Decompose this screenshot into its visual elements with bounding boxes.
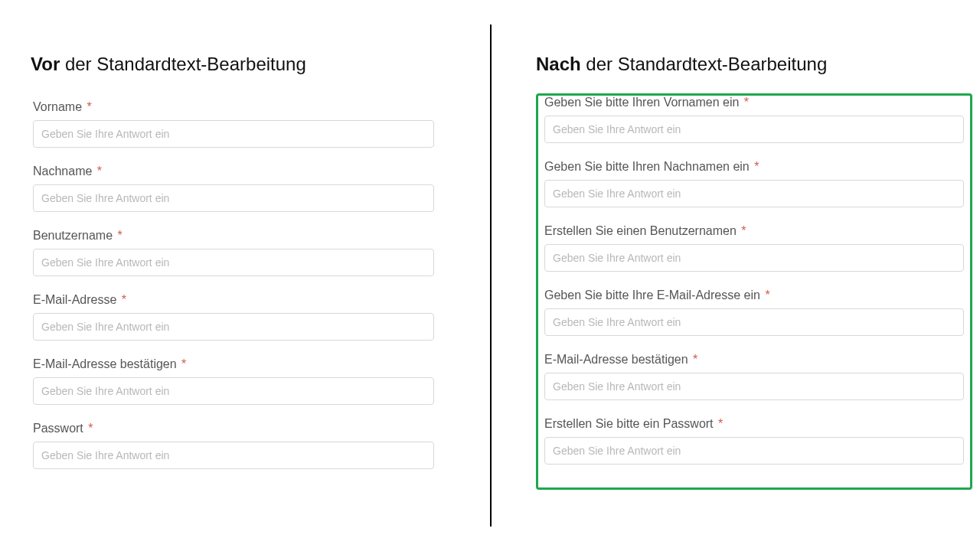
before-heading-rest: der Standardtext-Bearbeitung [65,54,306,74]
before-field-vorname: Vorname * [33,100,434,148]
required-mark: * [765,289,769,302]
after-field-benutzername: Erstellen Sie einen Benutzernamen * [544,224,964,272]
vorname-input[interactable] [33,120,434,148]
required-mark: * [87,100,92,113]
before-field-nachname: Nachname * [33,165,434,212]
field-label: Geben Sie bitte Ihre E-Mail-Adresse ein … [544,289,964,302]
field-label: Erstellen Sie einen Benutzernamen * [544,224,964,238]
field-label: Nachname * [33,165,434,178]
email-input[interactable] [544,308,964,336]
after-field-nachname: Geben Sie bitte Ihren Nachnamen ein * [544,160,964,207]
before-column: Vor der Standardtext-Bearbeitung Vorname… [0,0,490,551]
passwort-input[interactable] [33,442,434,469]
field-label: E-Mail-Adresse * [33,293,434,307]
required-mark: * [718,417,723,430]
after-field-vorname: Geben Sie bitte Ihren Vornamen ein * [544,96,964,143]
before-field-benutzername: Benutzername * [33,229,434,276]
after-field-email-confirm: E-Mail-Adresse bestätigen * [544,353,964,400]
after-heading: Nach der Standardtext-Bearbeitung [536,54,972,75]
required-mark: * [88,422,93,435]
required-mark: * [744,96,749,109]
after-column: Nach der Standardtext-Bearbeitung Geben … [490,0,980,551]
after-field-email: Geben Sie bitte Ihre E-Mail-Adresse ein … [544,289,964,336]
email-confirm-input[interactable] [33,377,434,405]
after-heading-bold: Nach [536,54,586,74]
required-mark: * [181,357,186,370]
before-field-passwort: Passwort * [33,422,434,469]
field-label: E-Mail-Adresse bestätigen * [33,357,434,371]
required-mark: * [741,224,746,237]
required-mark: * [122,293,126,306]
field-label: Benutzername * [33,229,434,243]
vorname-input[interactable] [544,116,964,143]
required-mark: * [754,160,759,173]
field-label: Geben Sie bitte Ihren Nachnamen ein * [544,160,964,174]
column-divider [490,24,492,527]
before-form: Vorname * Nachname * Benutzername * E-Ma… [31,98,459,488]
before-heading-bold: Vor [31,54,65,74]
required-mark: * [693,353,697,366]
field-label: Erstellen Sie bitte ein Passwort * [544,417,964,431]
after-form-highlighted: Geben Sie bitte Ihren Vornamen ein * Geb… [536,93,972,490]
field-label: Vorname * [33,100,434,114]
after-heading-rest: der Standardtext-Bearbeitung [586,54,827,74]
nachname-input[interactable] [544,180,964,207]
before-field-email-confirm: E-Mail-Adresse bestätigen * [33,357,434,405]
required-mark: * [118,229,122,242]
passwort-input[interactable] [544,437,964,465]
benutzername-input[interactable] [544,244,964,272]
required-mark: * [97,165,102,178]
field-label: E-Mail-Adresse bestätigen * [544,353,964,367]
email-confirm-input[interactable] [544,373,964,400]
email-input[interactable] [33,313,434,341]
after-field-passwort: Erstellen Sie bitte ein Passwort * [544,417,964,465]
field-label: Passwort * [33,422,434,435]
nachname-input[interactable] [33,184,434,212]
benutzername-input[interactable] [33,249,434,276]
before-field-email: E-Mail-Adresse * [33,293,434,341]
field-label: Geben Sie bitte Ihren Vornamen ein * [544,96,964,109]
before-heading: Vor der Standardtext-Bearbeitung [31,54,459,75]
